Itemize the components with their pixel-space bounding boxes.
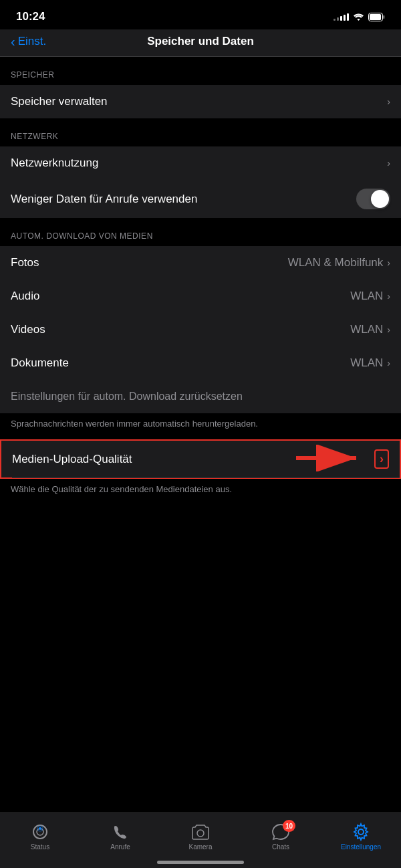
- row-right-netzwerknutzung: ›: [387, 158, 390, 169]
- chevron-icon-speicher: ›: [387, 96, 390, 107]
- row-value-fotos: WLAN & Mobilfunk: [288, 256, 384, 269]
- svg-point-7: [39, 827, 41, 830]
- back-label: Einst.: [18, 35, 47, 48]
- row-label-reset: Einstellungen für autom. Download zurück…: [11, 391, 243, 403]
- row-dokumente[interactable]: Dokumente WLAN ›: [0, 346, 401, 380]
- section-autom-download: AUTOM. DOWNLOAD VON MEDIEN Fotos WLAN & …: [0, 218, 401, 439]
- row-medien-upload-qualitaet[interactable]: Medien-Upload-Qualität ›: [0, 439, 401, 479]
- tab-chats[interactable]: 10 Chats: [257, 823, 304, 851]
- section-header-autom: AUTOM. DOWNLOAD VON MEDIEN: [0, 218, 401, 246]
- section-group-upload: Medien-Upload-Qualität ›: [0, 439, 401, 479]
- wifi-icon: [353, 13, 364, 21]
- row-label-fotos: Fotos: [11, 256, 39, 269]
- section-group-speicher: Speicher verwalten ›: [0, 85, 401, 118]
- chat-icon: 10: [271, 823, 290, 841]
- main-content: SPEICHER Speicher verwalten › NETZWERK N…: [0, 57, 401, 565]
- status-time: 10:24: [16, 10, 45, 23]
- row-netzwerknutzung[interactable]: Netzwerknutzung ›: [0, 146, 401, 180]
- settings-icon: [352, 823, 370, 841]
- tab-label-kamera: Kamera: [188, 843, 212, 851]
- status-bar: 10:24: [0, 0, 401, 29]
- section-header-netzwerk: NETZWERK: [0, 118, 401, 146]
- tab-kamera[interactable]: Kamera: [177, 823, 224, 851]
- tab-label-einstellungen: Einstellungen: [341, 843, 381, 851]
- row-label-audio: Audio: [11, 290, 39, 303]
- camera-icon: [191, 823, 210, 841]
- section-group-netzwerk: Netzwerknutzung › Weniger Daten für Anru…: [0, 146, 401, 218]
- section-netzwerk: NETZWERK Netzwerknutzung › Weniger Daten…: [0, 118, 401, 218]
- tab-label-status: Status: [31, 843, 49, 851]
- tab-einstellungen[interactable]: Einstellungen: [338, 823, 384, 851]
- nav-title: Speicher und Daten: [147, 35, 254, 48]
- row-speicher-verwalten[interactable]: Speicher verwalten ›: [0, 85, 401, 118]
- home-indicator: [157, 861, 244, 864]
- tab-bar: Status Anrufe Kamera 10 Chats: [0, 812, 401, 868]
- row-videos[interactable]: Videos WLAN ›: [0, 313, 401, 346]
- signal-icon: [333, 13, 349, 21]
- row-value-dokumente: WLAN: [350, 356, 383, 370]
- row-right-fotos: WLAN & Mobilfunk ›: [288, 256, 390, 269]
- chevron-icon-fotos: ›: [387, 257, 390, 268]
- row-audio[interactable]: Audio WLAN ›: [0, 280, 401, 313]
- row-label-speicher: Speicher verwalten: [11, 95, 108, 108]
- row-label-weniger-daten: Weniger Daten für Anrufe verwenden: [11, 193, 197, 206]
- row-right-dokumente: WLAN ›: [350, 356, 390, 370]
- svg-point-10: [358, 829, 364, 835]
- battery-icon: [368, 13, 385, 21]
- row-value-videos: WLAN: [350, 323, 383, 336]
- section-note-upload: Wähle die Qualität der zu sendenden Medi…: [0, 479, 401, 505]
- svg-point-9: [197, 830, 204, 837]
- row-label-dokumente: Dokumente: [11, 356, 69, 370]
- section-upload: Medien-Upload-Qualität ›: [0, 439, 401, 505]
- svg-rect-1: [383, 15, 385, 19]
- row-fotos[interactable]: Fotos WLAN & Mobilfunk ›: [0, 246, 401, 280]
- tab-anrufe[interactable]: Anrufe: [97, 823, 144, 851]
- section-speicher: SPEICHER Speicher verwalten ›: [0, 57, 401, 118]
- back-button[interactable]: ‹ Einst.: [11, 34, 46, 49]
- row-right-videos: WLAN ›: [350, 323, 390, 336]
- section-note-audio: Sprachnachrichten werden immer automatis…: [0, 413, 401, 439]
- chevron-icon-dokumente: ›: [387, 358, 390, 368]
- svg-rect-2: [370, 14, 381, 20]
- row-label-videos: Videos: [11, 323, 45, 336]
- chevron-icon-netzwerknutzung: ›: [387, 158, 390, 169]
- toggle-weniger-daten[interactable]: [356, 189, 390, 209]
- row-label-upload: Medien-Upload-Qualität: [12, 453, 132, 466]
- row-right-weniger-daten: [356, 189, 390, 209]
- chevron-icon-videos: ›: [387, 324, 390, 335]
- phone-icon: [111, 823, 130, 841]
- toggle-thumb: [371, 190, 389, 208]
- row-reset-autom[interactable]: Einstellungen für autom. Download zurück…: [0, 380, 401, 413]
- status-icon: [31, 823, 49, 841]
- row-value-audio: WLAN: [350, 290, 383, 303]
- section-group-autom: Fotos WLAN & Mobilfunk › Audio WLAN › Vi…: [0, 246, 401, 413]
- arrow-container: Medien-Upload-Qualität ›: [0, 439, 401, 479]
- tab-label-chats: Chats: [272, 843, 289, 851]
- back-chevron-icon: ‹: [11, 34, 15, 49]
- chevron-icon-upload: ›: [374, 449, 389, 469]
- chevron-icon-audio: ›: [387, 291, 390, 302]
- status-icons: [333, 13, 385, 21]
- nav-bar: ‹ Einst. Speicher und Daten: [0, 29, 401, 56]
- row-weniger-daten: Weniger Daten für Anrufe verwenden: [0, 180, 401, 218]
- row-right-audio: WLAN ›: [350, 290, 390, 303]
- section-header-speicher: SPEICHER: [0, 57, 401, 85]
- row-right-upload: ›: [374, 449, 389, 469]
- row-label-netzwerknutzung: Netzwerknutzung: [11, 156, 98, 170]
- tab-label-anrufe: Anrufe: [110, 843, 130, 851]
- row-right-speicher: ›: [387, 96, 390, 107]
- chat-badge: 10: [283, 820, 295, 832]
- tab-status[interactable]: Status: [17, 823, 63, 851]
